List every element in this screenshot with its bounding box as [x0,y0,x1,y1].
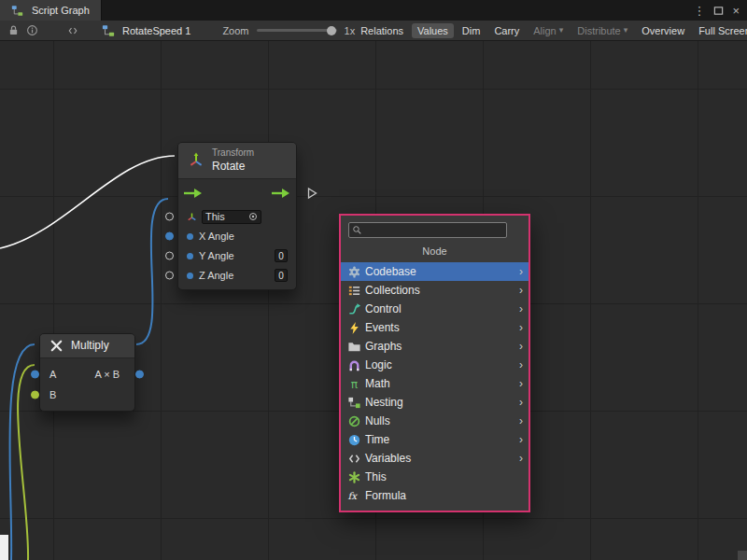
finder-header: Node [341,241,529,262]
fullscreen-button[interactable]: Full Screen [693,23,747,38]
this-field-value: This [205,211,225,222]
maximize-icon[interactable] [713,6,724,16]
output-label: A × B [94,369,120,380]
code-icon[interactable] [63,22,82,39]
dim-button[interactable]: Dim [457,23,486,38]
finder-search-box[interactable] [348,222,507,238]
input-b-label: B [49,389,56,400]
lock-icon[interactable] [4,22,22,39]
z-angle-port-row: Z Angle 0 [178,266,296,286]
multiply-b-row: B [40,385,134,405]
finder-item-events[interactable]: Events › [341,318,529,337]
object-picker-icon[interactable] [248,212,258,221]
variables-icon [346,451,361,466]
finder-item-codebase[interactable]: Codebase › [341,262,529,281]
next-connection-triangle-icon [307,187,317,199]
multiply-node-header[interactable]: Multiply [40,334,134,358]
transform-rotate-node[interactable]: Transform Rotate [177,142,297,290]
breadcrumb-label: RotateSpeed 1 [122,25,190,36]
z-angle-port[interactable] [165,272,174,280]
fuzzy-finder-popup: Node Codebas [339,214,530,512]
submenu-chevron-icon: › [519,341,523,352]
wire-multiply-to-xangle [136,199,168,344]
x-angle-port-row: X Angle [178,227,296,246]
finder-item-formula[interactable]: fx Formula [341,486,529,505]
y-angle-port[interactable] [165,252,174,260]
flow-output-arrow-icon[interactable] [272,188,290,199]
multiply-a-row: A A × B [40,364,134,385]
overview-button[interactable]: Overview [636,23,690,38]
submenu-chevron-icon: › [519,285,523,296]
relations-button[interactable]: Relations [355,23,409,38]
finder-item-time[interactable]: Time › [341,430,529,449]
node-category: Transform [212,147,254,160]
resize-corner [738,551,747,560]
finder-item-nesting[interactable]: Nesting › [341,393,529,412]
distribute-button[interactable]: Distribute▾ [571,23,633,38]
formula-icon: fx [346,488,361,503]
submenu-chevron-icon: › [519,359,523,371]
multiply-node[interactable]: Multiply A A × B B [39,333,135,412]
y-angle-label: Y Angle [199,250,234,261]
finder-item-this[interactable]: This [341,468,529,486]
nulls-icon [346,413,361,428]
close-icon[interactable]: × [732,5,740,17]
zoom-value: 1x [345,25,356,36]
kebab-menu-icon[interactable]: ⋮ [693,5,705,17]
control-icon [346,301,361,316]
submenu-chevron-icon: › [519,303,523,315]
tab-bar-spacer [102,0,686,21]
input-a-port[interactable] [31,371,39,379]
node-title: Rotate [212,160,254,174]
zoom-label: Zoom [222,25,248,36]
input-b-port[interactable] [31,391,39,399]
carry-button[interactable]: Carry [488,23,525,38]
script-graph-asset-icon [7,2,26,19]
math-icon: π [346,376,361,391]
y-angle-field[interactable]: 0 [275,249,288,262]
z-angle-label: Z Angle [199,270,233,281]
transform-node-header[interactable]: Transform Rotate [178,143,296,179]
logic-icon [346,357,361,372]
submenu-chevron-icon: › [519,322,523,333]
transform-gizmo-icon [188,152,204,169]
finder-item-nulls[interactable]: Nulls › [341,412,529,430]
info-icon[interactable] [22,22,41,39]
events-icon [346,320,361,335]
x-angle-label: X Angle [199,231,234,242]
svg-text:π: π [350,377,357,390]
toolbar-buttons: Relations Values Dim Carry Align▾ Distri… [355,23,747,38]
finder-item-control[interactable]: Control › [341,300,529,318]
finder-item-math[interactable]: π Math › [341,374,529,393]
svg-text:fx: fx [347,490,358,501]
time-icon [346,432,361,447]
y-angle-port-row: Y Angle 0 [178,246,296,266]
submenu-chevron-icon: › [519,434,523,445]
collections-icon [346,283,361,298]
submenu-chevron-icon: › [519,415,523,427]
graph-asset-icon [99,22,118,39]
input-a-label: A [49,369,56,380]
align-button[interactable]: Align▾ [528,23,569,38]
breadcrumb[interactable]: RotateSpeed 1 [99,22,190,39]
finder-item-variables[interactable]: Variables › [341,449,529,468]
x-angle-port[interactable] [165,232,174,241]
values-button[interactable]: Values [412,23,454,38]
zoom-slider-handle[interactable] [327,26,336,35]
finder-item-collections[interactable]: Collections › [341,281,529,300]
this-field[interactable]: This [202,210,261,224]
tab-script-graph[interactable]: Script Graph [0,0,102,21]
finder-list: Codebase › Collections › [341,262,529,505]
float-type-dot-icon [187,253,193,259]
zoom-slider[interactable] [257,29,337,32]
output-port[interactable] [135,371,144,379]
finder-item-logic[interactable]: Logic › [341,356,529,374]
unity-visual-scripting-window: Script Graph ⋮ × [0,0,747,560]
finder-search-input[interactable] [365,225,503,236]
z-angle-field[interactable]: 0 [275,269,288,282]
this-port[interactable] [165,213,174,221]
finder-item-graphs[interactable]: Graphs › [341,337,529,356]
graph-canvas[interactable]: Transform Rotate [0,41,747,560]
search-icon [352,225,362,235]
flow-input-arrow-icon[interactable] [184,188,203,199]
